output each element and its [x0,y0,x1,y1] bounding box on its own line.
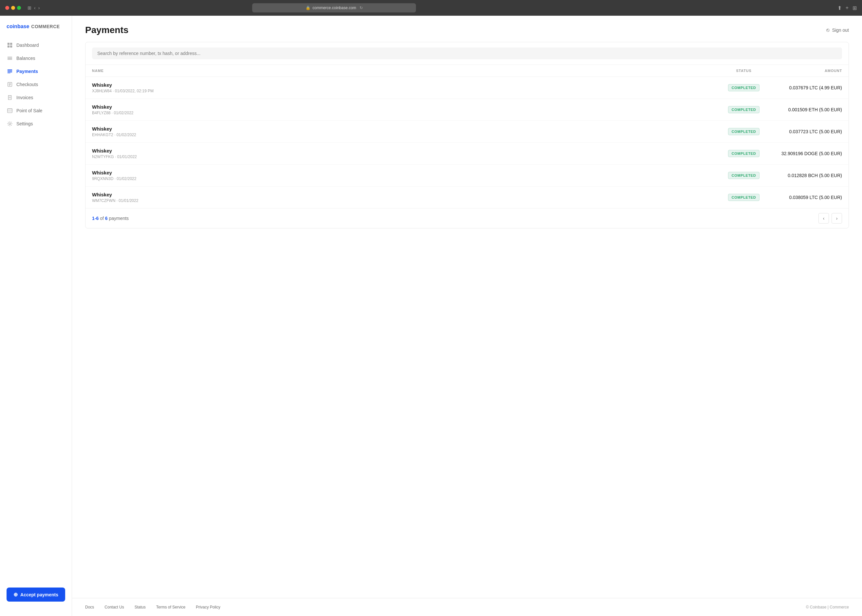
svg-rect-19 [8,111,9,112]
footer-link-contact[interactable]: Contact Us [104,605,124,610]
payment-sub: N2WTYFKG · 01/01/2022 [92,154,711,159]
minimize-dot[interactable] [11,6,15,10]
footer-link-docs[interactable]: Docs [85,605,94,610]
address-bar[interactable]: 🔒 commerce.coinbase.com ↻ [252,3,416,13]
maximize-dot[interactable] [17,6,21,10]
svg-rect-2 [8,46,9,47]
app: coinbase COMMERCE Dashboard [0,16,862,616]
status-badge: COMPLETED [728,172,760,179]
table-row[interactable]: Whiskey WM7CZFWN · 01/01/2022 COMPLETED … [85,187,849,208]
pagination-prev-button[interactable]: ‹ [818,213,829,223]
sidebar: coinbase COMMERCE Dashboard [0,16,72,616]
search-input[interactable] [92,47,842,59]
svg-rect-17 [8,108,12,113]
payment-sub: EHHAKGT2 · 01/02/2022 [92,132,711,137]
footer-link-privacy[interactable]: Privacy Policy [196,605,221,610]
close-dot[interactable] [5,6,9,10]
sidebar-item-payments[interactable]: Payments [0,65,72,78]
reload-icon[interactable]: ↻ [359,6,363,10]
pagination-label: payments [109,216,129,221]
sidebar-bottom: ⊕ Accept payments [0,581,72,608]
svg-rect-0 [8,43,9,45]
back-icon[interactable]: ‹ [34,5,36,11]
status-cell: COMPLETED [711,128,777,135]
svg-rect-7 [8,70,12,71]
status-badge: COMPLETED [728,106,760,113]
accept-payments-button[interactable]: ⊕ Accept payments [6,588,65,602]
sidebar-item-checkouts[interactable]: Checkouts [0,78,72,91]
main-content: Payments ⎋ Sign out NAME STATUS AMOUNT W… [72,16,862,616]
table-row[interactable]: Whiskey EHHAKGT2 · 01/02/2022 COMPLETED … [85,121,849,143]
status-badge: COMPLETED [728,128,760,135]
table-footer: 1-6 of 6 payments ‹ › [85,208,849,228]
col-header-name: NAME [92,69,711,73]
status-cell: COMPLETED [711,150,777,157]
table-row[interactable]: Whiskey 9RQXNN3D · 01/02/2022 COMPLETED … [85,165,849,187]
footer-link-status[interactable]: Status [135,605,146,610]
payment-sub: 9RQXNN3D · 01/02/2022 [92,176,711,181]
status-badge: COMPLETED [728,150,760,157]
svg-point-22 [9,123,11,124]
amount-cell: 0.038059 LTC (5.00 EUR) [777,195,842,200]
amount-cell: 0.001509 ETH (5.00 EUR) [777,107,842,112]
sidebar-item-label-checkouts: Checkouts [16,82,38,87]
payment-info: Whiskey B4FLYZ88 · 01/02/2022 [92,104,711,115]
tabs-icon[interactable]: ⊞ [853,5,857,11]
footer-link-tos[interactable]: Terms of Service [156,605,185,610]
table-row[interactable]: Whiskey B4FLYZ88 · 01/02/2022 COMPLETED … [85,99,849,121]
pagination-next-button[interactable]: › [832,213,842,223]
sidebar-item-label-dashboard: Dashboard [16,42,39,48]
payment-info: Whiskey N2WTYFKG · 01/01/2022 [92,148,711,159]
payment-info: Whiskey XJ8HLW84 · 01/03/2022, 02:19 PM [92,82,711,93]
table-row[interactable]: Whiskey XJ8HLW84 · 01/03/2022, 02:19 PM … [85,77,849,99]
table-row[interactable]: Whiskey N2WTYFKG · 01/01/2022 COMPLETED … [85,143,849,165]
plus-circle-icon: ⊕ [13,591,18,598]
page-footer: Docs Contact Us Status Terms of Service … [72,598,862,616]
payments-card: NAME STATUS AMOUNT Whiskey XJ8HLW84 · 01… [85,42,849,228]
payment-name: Whiskey [92,148,711,154]
sidebar-item-dashboard[interactable]: Dashboard [0,39,72,52]
sign-out-button[interactable]: ⎋ Sign out [826,27,849,33]
amount-cell: 0.012828 BCH (5.00 EUR) [777,173,842,178]
amount-cell: 32.909196 DOGE (5.00 EUR) [777,151,842,156]
sidebar-item-label-settings: Settings [16,121,33,126]
payment-sub: WM7CZFWN · 01/01/2022 [92,198,711,203]
col-header-status: STATUS [711,69,777,73]
sidebar-item-balances[interactable]: Balances [0,52,72,65]
balances-icon [6,55,13,61]
status-badge: COMPLETED [728,84,760,91]
new-tab-icon[interactable]: + [846,5,849,11]
forward-icon[interactable]: › [38,5,40,11]
browser-chrome: ⊞ ‹ › 🔒 commerce.coinbase.com ↻ ⬆ + ⊞ [0,0,862,16]
accept-payments-label: Accept payments [20,592,58,597]
svg-rect-20 [9,111,10,112]
svg-rect-3 [10,46,12,47]
payment-name: Whiskey [92,192,711,197]
status-cell: COMPLETED [711,172,777,179]
sidebar-toggle-icon[interactable]: ⊞ [27,5,32,11]
browser-dots [5,6,21,10]
sidebar-item-settings[interactable]: Settings [0,117,72,130]
pagination-total: 6 [105,216,108,221]
sidebar-item-point-of-sale[interactable]: Point of Sale [0,104,72,117]
payment-sub: XJ8HLW84 · 01/03/2022, 02:19 PM [92,89,711,93]
table-header: NAME STATUS AMOUNT [85,65,849,77]
sidebar-item-label-invoices: Invoices [16,95,33,100]
sidebar-item-label-pos: Point of Sale [16,108,42,113]
payments-icon [6,68,13,75]
status-cell: COMPLETED [711,194,777,201]
logo-commerce: COMMERCE [31,24,60,29]
url-text: commerce.coinbase.com [312,6,356,10]
svg-rect-8 [8,71,12,71]
sign-out-label: Sign out [832,27,849,33]
share-icon[interactable]: ⬆ [837,5,842,11]
col-header-amount: AMOUNT [777,69,842,73]
payment-name: Whiskey [92,126,711,132]
page-header: Payments ⎋ Sign out [72,16,862,42]
sidebar-item-label-payments: Payments [16,69,38,74]
payment-sub: B4FLYZ88 · 01/02/2022 [92,111,711,115]
sidebar-item-invoices[interactable]: Invoices [0,91,72,104]
sidebar-item-label-balances: Balances [16,56,35,61]
amount-cell: 0.037723 LTC (5.00 EUR) [777,129,842,134]
footer-copyright: © Coinbase | Commerce [806,605,849,610]
